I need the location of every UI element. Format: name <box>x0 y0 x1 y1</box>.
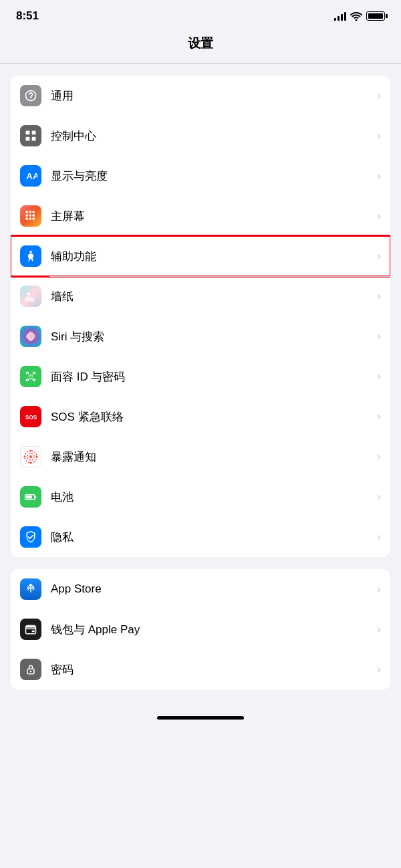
svg-rect-12 <box>29 218 31 220</box>
faceid-icon <box>20 366 41 387</box>
battery-icon <box>366 11 385 21</box>
siri-icon <box>20 326 41 347</box>
svg-rect-9 <box>29 215 31 217</box>
general-icon <box>20 85 41 106</box>
svg-rect-20 <box>26 379 28 381</box>
settings-row-general[interactable]: 通用 › <box>11 76 390 116</box>
settings-group-2: App Store › 钱包与 Apple Pay › 密码 › <box>11 569 390 689</box>
svg-rect-10 <box>33 215 35 217</box>
svg-rect-6 <box>29 211 31 213</box>
svg-rect-5 <box>26 211 28 213</box>
settings-row-appstore[interactable]: App Store › <box>11 569 390 609</box>
appstore-label: App Store <box>51 582 373 596</box>
svg-rect-21 <box>33 379 35 381</box>
svg-rect-1 <box>32 131 36 135</box>
display-icon: AA <box>20 165 41 187</box>
siri-chevron: › <box>377 330 381 343</box>
svg-point-23 <box>32 375 33 376</box>
passwords-chevron: › <box>377 663 381 676</box>
settings-row-wallet[interactable]: 钱包与 Apple Pay › <box>11 609 390 649</box>
display-label: 显示与亮度 <box>51 169 373 184</box>
privacy-icon <box>20 526 41 548</box>
homescreen-label: 主屏幕 <box>51 209 373 224</box>
svg-rect-13 <box>33 218 35 220</box>
wallet-label: 钱包与 Apple Pay <box>51 622 373 637</box>
wifi-icon <box>350 11 362 21</box>
svg-rect-19 <box>33 372 35 374</box>
exposure-label: 暴露通知 <box>51 449 373 465</box>
settings-row-siri[interactable]: Siri 与搜索 › <box>11 316 390 356</box>
control-center-chevron: › <box>377 129 381 142</box>
sos-icon: SOS <box>20 406 41 427</box>
passwords-label: 密码 <box>51 662 373 677</box>
svg-rect-2 <box>26 137 30 141</box>
settings-row-battery[interactable]: 电池 › <box>11 477 390 517</box>
sos-label: SOS 紧急联络 <box>51 409 373 425</box>
settings-group-1: 通用 › 控制中心 › AA 显示与亮度 › <box>11 76 390 557</box>
wallpaper-icon <box>20 286 41 307</box>
settings-row-homescreen[interactable]: 主屏幕 › <box>11 196 390 236</box>
svg-rect-18 <box>26 372 28 374</box>
wallet-chevron: › <box>377 623 381 636</box>
battery-settings-icon <box>20 486 41 508</box>
appstore-icon <box>20 578 41 600</box>
exposure-chevron: › <box>377 450 381 463</box>
general-label: 通用 <box>51 88 373 104</box>
control-center-icon <box>20 125 41 146</box>
svg-point-14 <box>29 251 31 253</box>
svg-rect-0 <box>26 131 30 135</box>
accessibility-chevron: › <box>377 249 381 263</box>
svg-point-40 <box>30 671 32 673</box>
settings-row-passwords[interactable]: 密码 › <box>11 649 390 689</box>
appstore-chevron: › <box>377 582 381 596</box>
privacy-chevron: › <box>377 530 381 544</box>
status-time: 8:51 <box>16 9 39 23</box>
faceid-chevron: › <box>377 370 381 383</box>
battery-chevron: › <box>377 490 381 504</box>
page-title-bar: 设置 <box>0 28 401 64</box>
status-bar: 8:51 <box>0 0 401 28</box>
settings-row-display[interactable]: AA 显示与亮度 › <box>11 156 390 196</box>
homescreen-chevron: › <box>377 209 381 223</box>
control-center-label: 控制中心 <box>51 128 373 144</box>
svg-point-15 <box>27 292 30 296</box>
accessibility-label: 辅助功能 <box>51 249 373 264</box>
svg-rect-11 <box>26 218 28 220</box>
settings-row-sos[interactable]: SOS SOS 紧急联络 › <box>11 397 390 437</box>
svg-rect-35 <box>26 496 31 498</box>
exposure-icon <box>20 446 41 467</box>
svg-point-29 <box>30 450 32 452</box>
svg-rect-34 <box>35 496 37 498</box>
settings-row-control-center[interactable]: 控制中心 › <box>11 116 390 156</box>
svg-text:AA: AA <box>26 171 37 181</box>
general-chevron: › <box>377 89 381 102</box>
svg-rect-8 <box>26 215 28 217</box>
settings-row-wallpaper[interactable]: 墙纸 › <box>11 276 390 316</box>
siri-label: Siri 与搜索 <box>51 329 373 344</box>
homescreen-icon <box>20 205 41 227</box>
svg-rect-38 <box>32 631 35 633</box>
page-title: 设置 <box>188 36 213 50</box>
accessibility-icon <box>20 245 41 267</box>
faceid-label: 面容 ID 与密码 <box>51 369 373 385</box>
svg-rect-3 <box>32 137 36 141</box>
svg-point-28 <box>29 455 32 458</box>
passwords-icon <box>20 659 41 680</box>
svg-point-31 <box>24 456 26 458</box>
settings-row-exposure[interactable]: 暴露通知 › <box>11 437 390 477</box>
home-indicator <box>157 716 244 720</box>
svg-text:SOS: SOS <box>25 414 37 421</box>
svg-point-22 <box>29 375 30 376</box>
settings-row-faceid[interactable]: 面容 ID 与密码 › <box>11 356 390 397</box>
privacy-label: 隐私 <box>51 530 373 545</box>
battery-label: 电池 <box>51 490 373 505</box>
sos-chevron: › <box>377 410 381 423</box>
svg-point-30 <box>30 462 32 464</box>
svg-point-17 <box>26 334 35 339</box>
signal-icon <box>334 11 346 21</box>
settings-row-privacy[interactable]: 隐私 › <box>11 517 390 557</box>
status-icons <box>334 11 385 21</box>
wallpaper-chevron: › <box>377 290 381 303</box>
settings-row-accessibility[interactable]: 辅助功能 › <box>11 236 390 276</box>
svg-point-32 <box>36 456 38 458</box>
